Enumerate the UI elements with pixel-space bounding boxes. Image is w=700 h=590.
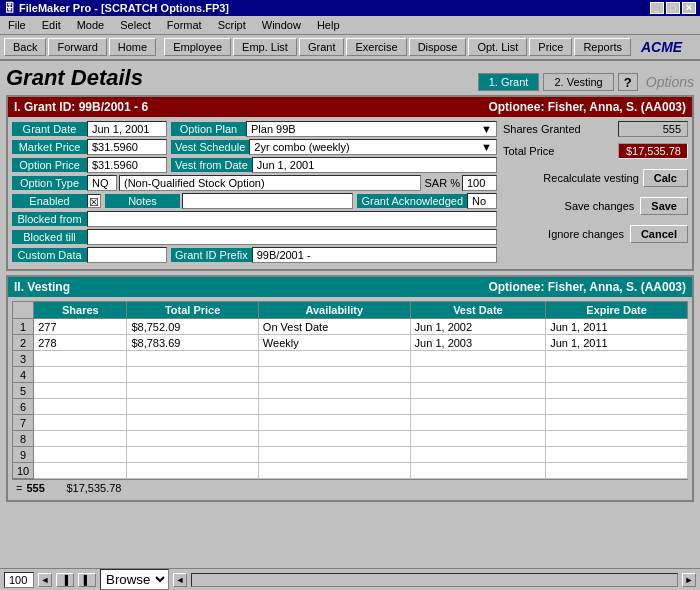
cancel-button[interactable]: Cancel	[630, 225, 688, 243]
cell-vest-date[interactable]: Jun 1, 2002	[410, 319, 546, 335]
cell-availability[interactable]	[258, 399, 410, 415]
cell-shares[interactable]	[34, 399, 127, 415]
help-button[interactable]: ?	[618, 73, 638, 91]
option-price-value[interactable]: $31.5960	[87, 157, 167, 173]
cell-expire-date[interactable]: Jun 1, 2011	[546, 319, 688, 335]
cell-shares[interactable]	[34, 463, 127, 479]
enabled-checkbox[interactable]: ☒	[87, 194, 101, 208]
cell-expire-date[interactable]	[546, 351, 688, 367]
cell-shares[interactable]	[34, 351, 127, 367]
cell-vest-date[interactable]	[410, 367, 546, 383]
menu-mode[interactable]: Mode	[73, 18, 109, 32]
mode-icon-2[interactable]: ▌	[78, 573, 96, 587]
cell-availability[interactable]	[258, 383, 410, 399]
cell-total-price[interactable]	[127, 367, 258, 383]
vest-schedule-value[interactable]: 2yr combo (weekly) ▼	[249, 139, 497, 155]
table-row[interactable]: 7	[13, 415, 688, 431]
cell-availability[interactable]	[258, 463, 410, 479]
calc-button[interactable]: Calc	[643, 169, 688, 187]
row-number[interactable]: 10	[13, 463, 34, 479]
cell-expire-date[interactable]: Jun 1, 2011	[546, 335, 688, 351]
grant-button[interactable]: Grant	[299, 38, 345, 56]
cell-vest-date[interactable]	[410, 351, 546, 367]
menu-file[interactable]: File	[4, 18, 30, 32]
cell-availability[interactable]	[258, 351, 410, 367]
table-row[interactable]: 5	[13, 383, 688, 399]
cell-total-price[interactable]	[127, 447, 258, 463]
market-price-value[interactable]: $31.5960	[87, 139, 167, 155]
sar-value[interactable]: 100	[462, 175, 497, 191]
table-row[interactable]: 6	[13, 399, 688, 415]
mode-icon-1[interactable]: ▐	[56, 573, 74, 587]
cell-vest-date[interactable]	[410, 415, 546, 431]
employee-button[interactable]: Employee	[164, 38, 231, 56]
cell-availability[interactable]	[258, 415, 410, 431]
cell-expire-date[interactable]	[546, 415, 688, 431]
cell-availability[interactable]: On Vest Date	[258, 319, 410, 335]
menu-format[interactable]: Format	[163, 18, 206, 32]
cell-vest-date[interactable]	[410, 463, 546, 479]
opt-list-button[interactable]: Opt. List	[468, 38, 527, 56]
notes-value[interactable]	[182, 193, 353, 209]
table-row[interactable]: 10	[13, 463, 688, 479]
blocked-till-value[interactable]	[87, 229, 497, 245]
table-row[interactable]: 9	[13, 447, 688, 463]
cell-total-price[interactable]	[127, 415, 258, 431]
tab-grant[interactable]: 1. Grant	[478, 73, 540, 91]
cell-total-price[interactable]	[127, 399, 258, 415]
scroll-right-btn[interactable]: ►	[682, 573, 696, 587]
cell-vest-date[interactable]	[410, 447, 546, 463]
emp-list-button[interactable]: Emp. List	[233, 38, 297, 56]
cell-expire-date[interactable]	[546, 383, 688, 399]
cell-shares[interactable]: 277	[34, 319, 127, 335]
cell-total-price[interactable]	[127, 351, 258, 367]
cell-shares[interactable]	[34, 447, 127, 463]
mode-select[interactable]: Browse	[100, 569, 169, 590]
vest-from-date-value[interactable]: Jun 1, 2001	[252, 157, 497, 173]
cell-vest-date[interactable]	[410, 431, 546, 447]
row-number[interactable]: 4	[13, 367, 34, 383]
table-row[interactable]: 3	[13, 351, 688, 367]
row-number[interactable]: 2	[13, 335, 34, 351]
cell-shares[interactable]	[34, 431, 127, 447]
table-row[interactable]: 1277$8,752.09On Vest DateJun 1, 2002Jun …	[13, 319, 688, 335]
exercise-button[interactable]: Exercise	[346, 38, 406, 56]
cell-vest-date[interactable]	[410, 399, 546, 415]
tab-vesting[interactable]: 2. Vesting	[543, 73, 613, 91]
cell-total-price[interactable]	[127, 463, 258, 479]
row-number[interactable]: 8	[13, 431, 34, 447]
table-row[interactable]: 8	[13, 431, 688, 447]
cell-availability[interactable]	[258, 447, 410, 463]
reports-button[interactable]: Reports	[574, 38, 631, 56]
cell-expire-date[interactable]	[546, 463, 688, 479]
cell-total-price[interactable]: $8,752.09	[127, 319, 258, 335]
dropdown-arrow2-icon[interactable]: ▼	[481, 141, 492, 153]
blocked-from-value[interactable]	[87, 211, 497, 227]
option-type-code[interactable]: NQ	[87, 175, 117, 191]
cell-total-price[interactable]	[127, 383, 258, 399]
grant-date-value[interactable]: Jun 1, 2001	[87, 121, 167, 137]
price-button[interactable]: Price	[529, 38, 572, 56]
cell-vest-date[interactable]: Jun 1, 2003	[410, 335, 546, 351]
custom-data-value[interactable]	[87, 247, 167, 263]
menu-help[interactable]: Help	[313, 18, 344, 32]
row-number[interactable]: 1	[13, 319, 34, 335]
table-row[interactable]: 4	[13, 367, 688, 383]
save-button[interactable]: Save	[640, 197, 688, 215]
back-button[interactable]: Back	[4, 38, 46, 56]
scroll-mode-btn[interactable]: ◄	[173, 573, 187, 587]
cell-expire-date[interactable]	[546, 447, 688, 463]
cell-availability[interactable]	[258, 431, 410, 447]
cell-shares[interactable]	[34, 367, 127, 383]
cell-shares[interactable]	[34, 383, 127, 399]
cell-shares[interactable]	[34, 415, 127, 431]
scroll-left-btn[interactable]: ◄	[38, 573, 52, 587]
cell-availability[interactable]: Weekly	[258, 335, 410, 351]
menu-select[interactable]: Select	[116, 18, 155, 32]
cell-expire-date[interactable]	[546, 367, 688, 383]
cell-shares[interactable]: 278	[34, 335, 127, 351]
cell-expire-date[interactable]	[546, 399, 688, 415]
row-number[interactable]: 6	[13, 399, 34, 415]
cell-expire-date[interactable]	[546, 431, 688, 447]
cell-total-price[interactable]	[127, 431, 258, 447]
